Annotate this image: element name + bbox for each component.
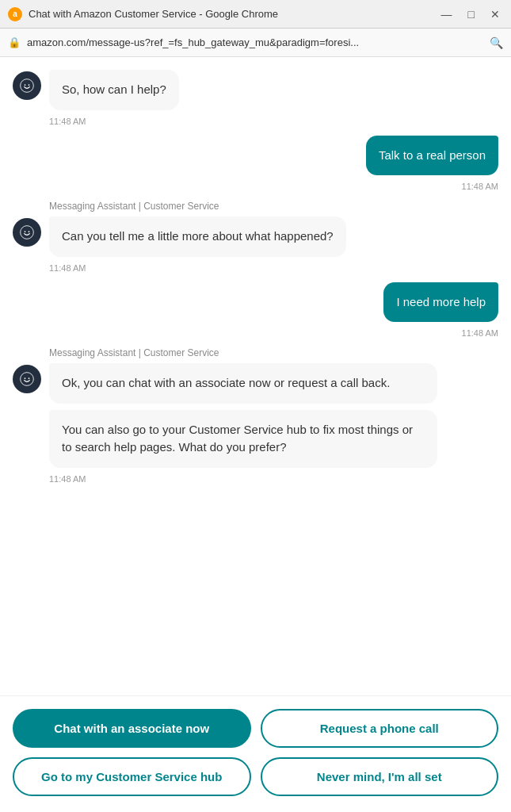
title-bar: a Chat with Amazon Customer Service - Go… — [0, 0, 511, 29]
bot-avatar — [13, 71, 41, 100]
avatar-smile-icon — [19, 78, 35, 94]
svg-point-3 — [21, 226, 34, 239]
bot-bubble: Can you tell me a little more about what… — [49, 216, 346, 257]
bot-bubble-group: Ok, you can chat with an associate now o… — [49, 363, 437, 468]
address-bar: 🔒 amazon.com/message-us?ref_=fs_hub_gate… — [0, 29, 511, 57]
timestamp: 11:48 AM — [49, 263, 498, 273]
bot-bubble: So, how can I help? — [49, 70, 179, 110]
svg-point-6 — [21, 373, 34, 386]
assistant-label: Messaging Assistant | Customer Service — [49, 201, 498, 212]
url-display[interactable]: amazon.com/message-us?ref_=fs_hub_gatewa… — [27, 36, 483, 48]
timestamp: 11:48 AM — [13, 328, 498, 338]
timestamp: 11:48 AM — [13, 182, 498, 191]
message-row: Talk to a real person — [13, 136, 498, 176]
timestamp: 11:48 AM — [49, 117, 498, 126]
chat-now-button[interactable]: Chat with an associate now — [13, 709, 251, 748]
minimize-button[interactable]: — — [438, 8, 456, 21]
search-icon[interactable]: 🔍 — [490, 36, 503, 49]
user-bubble: I need more help — [383, 282, 498, 323]
message-row: Can you tell me a little more about what… — [13, 216, 498, 257]
bot-avatar — [13, 365, 41, 393]
svg-point-1 — [25, 84, 26, 86]
window-controls: — □ ✕ — [438, 8, 503, 21]
svg-point-7 — [25, 377, 26, 379]
bot-bubble: Ok, you can chat with an associate now o… — [49, 363, 437, 404]
app-icon: a — [8, 7, 22, 21]
action-row-1: Chat with an associate now Request a pho… — [13, 709, 498, 748]
cs-hub-button[interactable]: Go to my Customer Service hub — [13, 757, 251, 796]
window-title: Chat with Amazon Customer Service - Goog… — [29, 8, 438, 20]
message-row: So, how can I help? — [13, 70, 498, 110]
svg-point-0 — [21, 79, 34, 93]
avatar-smile-icon — [19, 224, 35, 240]
lock-icon: 🔒 — [8, 36, 21, 48]
maximize-button[interactable]: □ — [465, 8, 478, 21]
nevermind-button[interactable]: Never mind, I'm all set — [261, 757, 499, 796]
assistant-label: Messaging Assistant | Customer Service — [49, 347, 498, 358]
close-button[interactable]: ✕ — [487, 8, 503, 21]
message-row: I need more help — [13, 282, 498, 323]
bot-avatar — [13, 218, 41, 247]
user-bubble: Talk to a real person — [366, 136, 498, 176]
avatar-smile-icon — [19, 371, 35, 387]
phone-call-button[interactable]: Request a phone call — [261, 709, 499, 748]
svg-point-5 — [29, 231, 30, 232]
action-row-2: Go to my Customer Service hub Never mind… — [13, 757, 498, 796]
svg-point-2 — [29, 84, 30, 86]
svg-point-8 — [29, 377, 30, 379]
chat-area: So, how can I help? 11:48 AM Talk to a r… — [0, 57, 511, 695]
action-area: Chat with an associate now Request a pho… — [0, 695, 511, 812]
bot-bubble: You can also go to your Customer Service… — [49, 410, 437, 468]
svg-point-4 — [25, 231, 26, 232]
timestamp: 11:48 AM — [49, 474, 498, 484]
message-row: Ok, you can chat with an associate now o… — [13, 363, 498, 468]
